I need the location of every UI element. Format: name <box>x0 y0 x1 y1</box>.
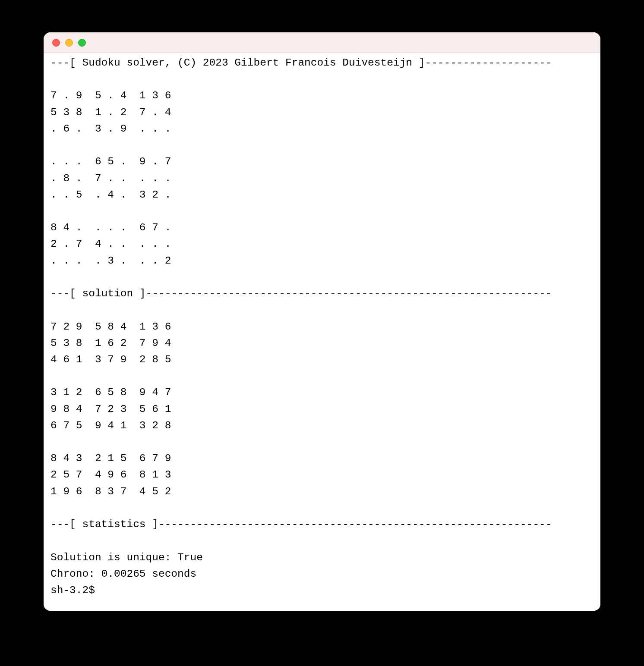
maximize-icon[interactable] <box>78 39 86 47</box>
terminal-output[interactable]: ---[ Sudoku solver, (C) 2023 Gilbert Fra… <box>44 53 600 611</box>
terminal-window: ---[ Sudoku solver, (C) 2023 Gilbert Fra… <box>44 32 600 611</box>
minimize-icon[interactable] <box>65 39 73 47</box>
close-icon[interactable] <box>52 39 60 47</box>
titlebar[interactable] <box>44 32 600 53</box>
solution-grid: 7 2 9 5 8 4 1 3 6 5 3 8 1 6 2 7 9 4 4 6 … <box>51 321 171 497</box>
solution-header-line: ---[ solution ]-------------------------… <box>51 288 552 299</box>
stat-unique: Solution is unique: True <box>51 552 203 563</box>
statistics-header-line: ---[ statistics ]-----------------------… <box>51 518 552 530</box>
header-line: ---[ Sudoku solver, (C) 2023 Gilbert Fra… <box>51 57 552 69</box>
stat-chrono: Chrono: 0.00265 seconds <box>51 568 196 580</box>
shell-prompt: sh-3.2$ <box>51 584 95 596</box>
cursor <box>101 584 107 596</box>
puzzle-grid: 7 . 9 5 . 4 1 3 6 5 3 8 1 . 2 7 . 4 . 6 … <box>51 90 171 266</box>
